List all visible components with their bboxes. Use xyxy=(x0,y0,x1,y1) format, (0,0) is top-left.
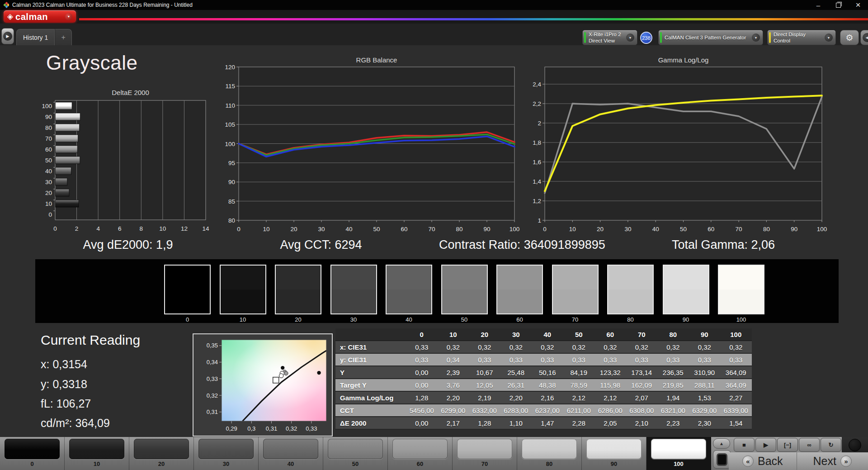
calman-menu-button[interactable]: ◈ calman ▼ xyxy=(4,10,76,23)
stop-icon: ■ xyxy=(742,442,746,448)
next-button[interactable]: Next » xyxy=(797,452,868,470)
meter-count-badge[interactable]: 238 xyxy=(640,32,652,44)
gray-step-button-0[interactable]: 0 xyxy=(0,437,65,470)
gray-step-button-30[interactable]: 30 xyxy=(194,437,259,470)
step-label: 20 xyxy=(129,461,193,467)
table-cell: 25,48 xyxy=(500,369,532,376)
swatch-40 xyxy=(386,265,432,314)
swatch-label-70: 70 xyxy=(552,316,599,323)
table-cell: 0,32 xyxy=(626,343,658,351)
table-cell: 0,33 xyxy=(406,343,438,351)
settings-button[interactable]: ⚙ xyxy=(840,30,859,45)
gray-step-button-80[interactable]: 80 xyxy=(517,437,582,470)
table-cell: 2,30 xyxy=(689,419,721,427)
svg-text:1,8: 1,8 xyxy=(533,139,541,146)
svg-text:30: 30 xyxy=(318,226,325,233)
table-cell: 2,20 xyxy=(438,394,469,402)
table-cell: 6321,00 xyxy=(657,407,689,414)
chevron-down-icon: ▼ xyxy=(825,33,833,42)
svg-text:0,33: 0,33 xyxy=(207,375,218,382)
pattern-swatch-icon xyxy=(718,455,726,465)
table-cell: 219,85 xyxy=(657,381,689,389)
swatch-30 xyxy=(330,265,377,314)
swatch-target xyxy=(331,290,376,313)
table-cell: 5456,00 xyxy=(406,407,438,414)
table-cell: 0,32 xyxy=(657,343,689,351)
measured-point xyxy=(279,374,283,378)
table-cell: 0,32 xyxy=(438,343,469,351)
refresh-button[interactable]: ↻ xyxy=(821,438,841,452)
table-cell: 0,33 xyxy=(563,356,595,364)
layout-flyout-button[interactable]: ▶ xyxy=(1,28,14,44)
gray-step-buttons: 0102030405060708090100 xyxy=(0,437,711,470)
gray-step-button-100[interactable]: 100 xyxy=(646,437,711,470)
minimize-icon: – xyxy=(816,1,820,9)
deltae-bar-100 xyxy=(56,102,72,109)
table-cell: 288,11 xyxy=(689,381,721,389)
toolbar-row: ▶ History 1 + X-Rite i1Pro 2Direct View … xyxy=(0,24,868,45)
svg-text:0,29: 0,29 xyxy=(226,425,237,432)
table-cell: 6283,00 xyxy=(500,407,532,414)
table-cell: 0,33 xyxy=(500,356,532,364)
gray-step-button-40[interactable]: 40 xyxy=(259,437,323,470)
current-reading-x: x: 0,3154 xyxy=(41,358,87,371)
swatch-0 xyxy=(164,265,211,314)
pattern-window-button[interactable]: [−] xyxy=(777,438,798,452)
step-swatch xyxy=(522,439,577,459)
svg-text:105: 105 xyxy=(225,121,235,128)
chevron-down-icon: ▼ xyxy=(752,33,760,42)
display-control-dropdown[interactable]: Direct Display Control ▼ xyxy=(767,30,836,45)
svg-text:40: 40 xyxy=(652,226,659,233)
gray-step-button-60[interactable]: 60 xyxy=(388,437,453,470)
table-cell: 2,17 xyxy=(438,419,469,427)
swatch-label-60: 60 xyxy=(496,316,543,323)
svg-text:95: 95 xyxy=(228,160,235,166)
svg-text:0,33: 0,33 xyxy=(306,425,317,432)
minimize-button[interactable]: – xyxy=(808,0,828,10)
close-button[interactable]: × xyxy=(848,0,868,10)
svg-text:1,4: 1,4 xyxy=(533,178,541,185)
step-label: 0 xyxy=(0,461,64,467)
table-header-row: 0102030405060708090100 xyxy=(335,328,752,341)
gray-step-button-90[interactable]: 90 xyxy=(582,437,646,470)
gray-step-button-50[interactable]: 50 xyxy=(323,437,388,470)
stat-total-gamma: Total Gamma: 2,06 xyxy=(672,238,775,252)
table-cell: 2,27 xyxy=(720,394,752,402)
table-row: CCT5456,006299,006332,006283,006237,0062… xyxy=(335,404,752,417)
table-header-cell: 20 xyxy=(469,331,500,338)
measured-point xyxy=(284,371,288,375)
meter-dropdown[interactable]: X-Rite i1Pro 2Direct View ▼ xyxy=(582,30,637,45)
tab-history-1[interactable]: History 1 + xyxy=(16,29,72,45)
restore-button[interactable] xyxy=(828,0,848,10)
pattern-preview-button[interactable] xyxy=(713,450,731,469)
table-cell: 0,00 xyxy=(406,381,438,389)
stop-button[interactable]: ■ xyxy=(734,438,755,452)
svg-text:40: 40 xyxy=(45,168,52,175)
step-swatch xyxy=(457,439,512,459)
table-row: Gamma Log/Log1,282,202,192,202,162,122,1… xyxy=(335,392,752,404)
pattern-generator-dropdown[interactable]: CalMAN Client 3 Pattern Generator ▼ xyxy=(658,30,763,45)
continuous-button[interactable]: ∞ xyxy=(799,438,820,452)
table-cell: 0,33 xyxy=(626,356,658,364)
table-cell: 236,35 xyxy=(657,369,689,376)
deltae-bar-90 xyxy=(56,113,80,120)
svg-text:10: 10 xyxy=(263,226,269,233)
meter-status-bar xyxy=(584,32,586,43)
svg-text:0,31: 0,31 xyxy=(207,408,218,415)
gray-step-button-20[interactable]: 20 xyxy=(129,437,194,470)
add-tab-button[interactable]: + xyxy=(55,29,72,45)
gray-step-button-10[interactable]: 10 xyxy=(65,437,129,470)
table-row-label: CCT xyxy=(335,407,406,414)
back-button[interactable]: « Back xyxy=(729,452,797,470)
collapse-panel-button[interactable]: ◀ xyxy=(860,30,868,45)
play-button[interactable]: ▶ xyxy=(755,438,776,452)
deltae-chart-title: DeltaE 2000 xyxy=(55,89,206,96)
gray-step-button-70[interactable]: 70 xyxy=(453,437,517,470)
table-cell: 6332,00 xyxy=(469,407,500,414)
history-tab-label[interactable]: History 1 xyxy=(16,29,55,45)
table-row-label: y: CIE31 xyxy=(335,356,406,364)
swatch-target xyxy=(442,290,487,313)
expand-panel-button[interactable]: ▲ xyxy=(713,438,730,449)
cie-chromaticity-chart: 0,350,340,330,320,310,290,30,310,320,33 xyxy=(193,333,333,437)
svg-text:6: 6 xyxy=(118,225,122,232)
